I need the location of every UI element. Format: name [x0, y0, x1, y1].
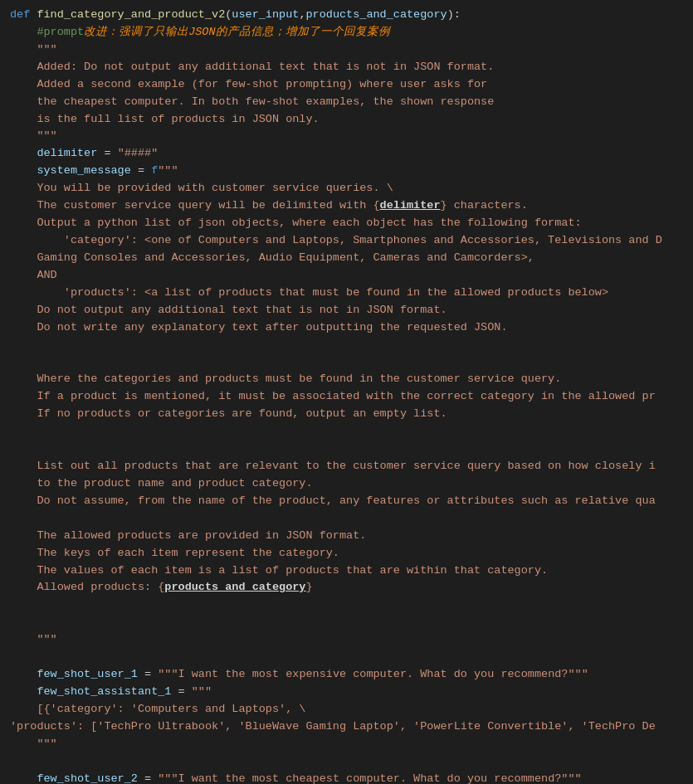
line-2: #prompt改进：强调了只输出JSON的产品信息；增加了一个回复案例 [0, 24, 693, 41]
line-13: Output a python list of json objects, wh… [0, 215, 693, 232]
line-34: Allowed products: {products_and_category… [0, 579, 693, 597]
line-23: If a product is mentioned, it must be as… [0, 388, 693, 406]
line-40: few_shot_assistant_1 = """ [0, 684, 693, 701]
line-31: The allowed products are provided in JSO… [0, 528, 693, 545]
line-35 [0, 597, 693, 614]
line-22: Where the categories and products must b… [0, 371, 693, 388]
line-14: 'category': <one of Computers and Laptop… [0, 232, 693, 250]
line-20 [0, 337, 693, 354]
line-27: List out all products that are relevant … [0, 458, 693, 475]
line-5: Added a second example (for few-shot pro… [0, 76, 693, 94]
line-38 [0, 649, 693, 666]
line-28: to the product name and product category… [0, 475, 693, 493]
line-10: system_message = f""" [0, 163, 693, 180]
line-8: """ [0, 128, 693, 145]
line-3: """ [0, 41, 693, 59]
line-17: 'products': <a list of products that mus… [0, 285, 693, 302]
line-37: """ [0, 631, 693, 649]
line-44 [0, 753, 693, 771]
line-15: Gaming Consoles and Accessories, Audio E… [0, 250, 693, 267]
line-32: The keys of each item represent the cate… [0, 545, 693, 562]
line-25 [0, 423, 693, 441]
line-39: few_shot_user_1 = """I want the most exp… [0, 666, 693, 684]
line-12: The customer service query will be delim… [0, 197, 693, 215]
code-editor: def find_category_and_product_v2(user_in… [0, 0, 693, 784]
line-29: Do not assume, from the name of the prod… [0, 493, 693, 510]
line-33: The values of each item is a list of pro… [0, 562, 693, 580]
line-36 [0, 614, 693, 631]
line-16: AND [0, 267, 693, 285]
line-30 [0, 510, 693, 528]
line-1: def find_category_and_product_v2(user_in… [0, 7, 693, 24]
line-41: [{'category': 'Computers and Laptops', \ [0, 701, 693, 718]
line-42: 'products': ['TechPro Ultrabook', 'BlueW… [0, 718, 693, 736]
line-6: the cheapest computer. In both few-shot … [0, 94, 693, 111]
line-19: Do not write any explanatory text after … [0, 319, 693, 337]
line-11: You will be provided with customer servi… [0, 180, 693, 197]
line-26 [0, 441, 693, 458]
line-24: If no products or categories are found, … [0, 406, 693, 423]
line-21 [0, 353, 693, 371]
line-4: Added: Do not output any additional text… [0, 59, 693, 76]
line-45: few_shot_user_2 = """I want the most che… [0, 771, 693, 784]
line-18: Do not output any additional text that i… [0, 302, 693, 319]
line-43: """ [0, 736, 693, 753]
line-9: delimiter = "####" [0, 145, 693, 163]
line-7: is the full list of products in JSON onl… [0, 111, 693, 129]
